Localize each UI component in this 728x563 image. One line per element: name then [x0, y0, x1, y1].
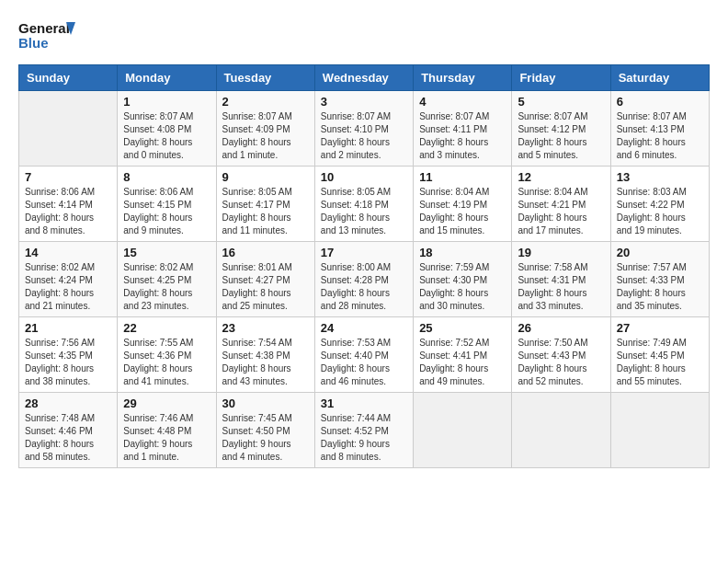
day-number: 21	[25, 321, 111, 335]
calendar-cell: 23Sunrise: 7:54 AMSunset: 4:38 PMDayligh…	[216, 317, 314, 393]
week-row-2: 7Sunrise: 8:06 AMSunset: 4:14 PMDaylight…	[19, 167, 710, 242]
day-info: Sunrise: 8:03 AMSunset: 4:22 PMDaylight:…	[617, 186, 703, 237]
calendar-table: SundayMondayTuesdayWednesdayThursdayFrid…	[18, 64, 710, 468]
day-info: Sunrise: 7:59 AMSunset: 4:30 PMDaylight:…	[419, 261, 506, 313]
day-info: Sunrise: 7:44 AMSunset: 4:52 PMDaylight:…	[321, 412, 407, 464]
day-info: Sunrise: 7:58 AMSunset: 4:31 PMDaylight:…	[518, 261, 604, 313]
calendar-cell: 1Sunrise: 8:07 AMSunset: 4:08 PMDaylight…	[118, 91, 216, 167]
day-number: 9	[222, 170, 309, 184]
calendar-cell: 29Sunrise: 7:46 AMSunset: 4:48 PMDayligh…	[118, 393, 216, 468]
calendar-cell: 7Sunrise: 8:06 AMSunset: 4:14 PMDaylight…	[19, 167, 118, 242]
day-number: 26	[518, 321, 604, 335]
day-info: Sunrise: 8:07 AMSunset: 4:08 PMDaylight:…	[123, 110, 210, 162]
day-info: Sunrise: 8:06 AMSunset: 4:14 PMDaylight:…	[25, 186, 111, 237]
day-info: Sunrise: 8:07 AMSunset: 4:10 PMDaylight:…	[321, 110, 407, 162]
day-info: Sunrise: 7:56 AMSunset: 4:35 PMDaylight:…	[25, 337, 111, 388]
calendar-cell: 30Sunrise: 7:45 AMSunset: 4:50 PMDayligh…	[216, 393, 314, 468]
week-row-5: 28Sunrise: 7:48 AMSunset: 4:46 PMDayligh…	[19, 393, 710, 468]
calendar-cell: 4Sunrise: 8:07 AMSunset: 4:11 PMDaylight…	[414, 91, 512, 167]
calendar-cell: 13Sunrise: 8:03 AMSunset: 4:22 PMDayligh…	[610, 167, 709, 242]
weekday-header-wednesday: Wednesday	[314, 65, 413, 91]
day-info: Sunrise: 7:49 AMSunset: 4:45 PMDaylight:…	[617, 337, 703, 388]
calendar-cell: 8Sunrise: 8:06 AMSunset: 4:15 PMDaylight…	[118, 167, 216, 242]
day-info: Sunrise: 7:46 AMSunset: 4:48 PMDaylight:…	[123, 412, 210, 464]
day-number: 7	[25, 170, 111, 184]
day-number: 4	[419, 95, 506, 109]
calendar-cell: 6Sunrise: 8:07 AMSunset: 4:13 PMDaylight…	[610, 91, 709, 167]
day-info: Sunrise: 7:45 AMSunset: 4:50 PMDaylight:…	[222, 412, 309, 464]
weekday-header-row: SundayMondayTuesdayWednesdayThursdayFrid…	[19, 65, 710, 91]
day-info: Sunrise: 8:02 AMSunset: 4:24 PMDaylight:…	[25, 261, 111, 313]
calendar-cell: 26Sunrise: 7:50 AMSunset: 4:43 PMDayligh…	[512, 317, 610, 393]
calendar-cell: 19Sunrise: 7:58 AMSunset: 4:31 PMDayligh…	[512, 242, 610, 317]
day-number: 14	[25, 246, 111, 259]
day-number: 24	[321, 321, 407, 335]
day-info: Sunrise: 8:04 AMSunset: 4:19 PMDaylight:…	[419, 186, 506, 237]
day-info: Sunrise: 7:55 AMSunset: 4:36 PMDaylight:…	[123, 337, 210, 388]
calendar-cell: 28Sunrise: 7:48 AMSunset: 4:46 PMDayligh…	[19, 393, 118, 468]
day-number: 18	[419, 246, 506, 259]
day-number: 3	[321, 95, 407, 109]
day-info: Sunrise: 8:07 AMSunset: 4:12 PMDaylight:…	[518, 110, 604, 162]
day-number: 10	[321, 170, 407, 184]
calendar-cell: 2Sunrise: 8:07 AMSunset: 4:09 PMDaylight…	[216, 91, 314, 167]
day-info: Sunrise: 7:50 AMSunset: 4:43 PMDaylight:…	[518, 337, 604, 388]
calendar-cell: 12Sunrise: 8:04 AMSunset: 4:21 PMDayligh…	[512, 167, 610, 242]
calendar-cell: 15Sunrise: 8:02 AMSunset: 4:25 PMDayligh…	[118, 242, 216, 317]
day-info: Sunrise: 7:54 AMSunset: 4:38 PMDaylight:…	[222, 337, 309, 388]
calendar-cell	[512, 393, 610, 468]
day-info: Sunrise: 8:04 AMSunset: 4:21 PMDaylight:…	[518, 186, 604, 237]
day-number: 30	[222, 396, 309, 410]
week-row-1: 1Sunrise: 8:07 AMSunset: 4:08 PMDaylight…	[19, 91, 710, 167]
day-info: Sunrise: 8:07 AMSunset: 4:09 PMDaylight:…	[222, 110, 309, 162]
calendar-cell	[19, 91, 118, 167]
calendar-cell: 25Sunrise: 7:52 AMSunset: 4:41 PMDayligh…	[414, 317, 512, 393]
svg-text:Blue: Blue	[18, 35, 49, 51]
day-number: 20	[617, 246, 703, 259]
weekday-header-thursday: Thursday	[414, 65, 512, 91]
calendar-cell: 21Sunrise: 7:56 AMSunset: 4:35 PMDayligh…	[19, 317, 118, 393]
day-info: Sunrise: 8:06 AMSunset: 4:15 PMDaylight:…	[123, 186, 210, 237]
day-number: 19	[518, 246, 604, 259]
calendar-cell	[414, 393, 512, 468]
day-number: 12	[518, 170, 604, 184]
day-number: 25	[419, 321, 506, 335]
day-number: 29	[123, 396, 210, 410]
weekday-header-sunday: Sunday	[19, 65, 118, 91]
logo: GeneralBlue	[18, 18, 83, 55]
day-number: 17	[321, 246, 407, 259]
calendar-cell: 11Sunrise: 8:04 AMSunset: 4:19 PMDayligh…	[414, 167, 512, 242]
calendar-cell: 20Sunrise: 7:57 AMSunset: 4:33 PMDayligh…	[610, 242, 709, 317]
day-number: 1	[123, 95, 210, 109]
day-number: 22	[123, 321, 210, 335]
calendar-cell: 3Sunrise: 8:07 AMSunset: 4:10 PMDaylight…	[314, 91, 413, 167]
day-number: 8	[123, 170, 210, 184]
day-info: Sunrise: 8:07 AMSunset: 4:11 PMDaylight:…	[419, 110, 506, 162]
calendar-cell: 22Sunrise: 7:55 AMSunset: 4:36 PMDayligh…	[118, 317, 216, 393]
day-number: 16	[222, 246, 309, 259]
day-info: Sunrise: 8:01 AMSunset: 4:27 PMDaylight:…	[222, 261, 309, 313]
day-number: 15	[123, 246, 210, 259]
day-number: 28	[25, 396, 111, 410]
day-number: 11	[419, 170, 506, 184]
week-row-4: 21Sunrise: 7:56 AMSunset: 4:35 PMDayligh…	[19, 317, 710, 393]
calendar-cell: 14Sunrise: 8:02 AMSunset: 4:24 PMDayligh…	[19, 242, 118, 317]
day-info: Sunrise: 7:57 AMSunset: 4:33 PMDaylight:…	[617, 261, 703, 313]
day-number: 13	[617, 170, 703, 184]
calendar-cell: 17Sunrise: 8:00 AMSunset: 4:28 PMDayligh…	[314, 242, 413, 317]
svg-text:General: General	[18, 20, 70, 36]
day-number: 6	[617, 95, 703, 109]
weekday-header-monday: Monday	[118, 65, 216, 91]
day-number: 27	[617, 321, 703, 335]
day-number: 2	[222, 95, 309, 109]
logo-svg: GeneralBlue	[18, 18, 83, 55]
calendar-cell: 5Sunrise: 8:07 AMSunset: 4:12 PMDaylight…	[512, 91, 610, 167]
day-info: Sunrise: 8:05 AMSunset: 4:18 PMDaylight:…	[321, 186, 407, 237]
day-info: Sunrise: 7:52 AMSunset: 4:41 PMDaylight:…	[419, 337, 506, 388]
weekday-header-saturday: Saturday	[610, 65, 709, 91]
day-info: Sunrise: 8:07 AMSunset: 4:13 PMDaylight:…	[617, 110, 703, 162]
day-info: Sunrise: 7:53 AMSunset: 4:40 PMDaylight:…	[321, 337, 407, 388]
calendar-cell: 27Sunrise: 7:49 AMSunset: 4:45 PMDayligh…	[610, 317, 709, 393]
day-number: 31	[321, 396, 407, 410]
calendar-cell	[610, 393, 709, 468]
